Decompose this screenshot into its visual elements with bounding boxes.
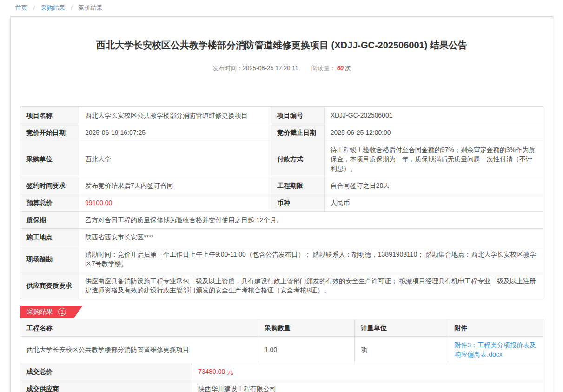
table-row: 质保期 乙方对合同工程的质量保修期为验收合格并交付使用之日起 12个月。 [20, 212, 543, 229]
breadcrumb: 首页 / 采购结果 / 竞价结果 [0, 0, 563, 16]
page-title: 西北大学长安校区公共教学楼部分消防管道维修更换项目 (XDJJ-GC-20250… [48, 39, 516, 52]
table-row: 项目名称 西北大学长安校区公共教学楼部分消防管道维修更换项目 项目编号 XDJJ… [20, 107, 543, 124]
result-attachment-cell: 附件3：工程类分项报价表及响应偏离表.docx [448, 337, 543, 363]
deal-summary-table: 成交总价 73480.00 元 成交供应商 陕西华川建设工程有限公司 [20, 363, 543, 392]
table-row: 供应商资质要求 供应商应具备消防设施工程专业承包二级及以上资质，具有建设行政主管… [20, 272, 543, 299]
total-price-unit: 元 [227, 368, 233, 375]
supplier-value: 陕西华川建设工程有限公司 [192, 380, 543, 392]
bid-end-value: 2025-06-25 12:00:00 [324, 124, 543, 141]
bid-end-label: 竞价截止日期 [271, 124, 324, 141]
payment-label: 付款方式 [271, 141, 324, 177]
column-header-quantity: 采购数量 [258, 319, 354, 337]
location-label: 施工地点 [20, 229, 79, 246]
sign-time-label: 签约时间要求 [20, 177, 79, 194]
survey-value: 踏勘时间：竞价开启后第三个工作日上午上午9:00-11:00（包含公告发布日）；… [79, 246, 543, 272]
breadcrumb-separator: / [33, 4, 35, 11]
warranty-label: 质保期 [20, 212, 79, 229]
purchaser-label: 采购单位 [20, 141, 79, 177]
views-unit: 次 [345, 65, 351, 72]
publish-meta: 发布时间：2025-06-25 17:20:11阅读量：60次 [20, 64, 543, 73]
column-header-project: 工程名称 [20, 319, 258, 337]
budget-label: 预算总价 [20, 194, 79, 212]
duration-value: 自合同签订之日20天 [324, 177, 543, 194]
survey-label: 现场踏勘 [20, 246, 79, 272]
breadcrumb-current-page: 竞价结果 [79, 4, 103, 11]
total-price-label: 成交总价 [20, 363, 192, 380]
result-quantity: 1.00 [258, 337, 354, 363]
table-row: 成交总价 73480.00 元 [20, 363, 543, 380]
currency-label: 币种 [271, 194, 324, 212]
project-no-label: 项目编号 [271, 107, 324, 124]
publish-time-value: 2025-06-25 17:20:11 [243, 65, 298, 72]
project-name-label: 项目名称 [20, 107, 79, 124]
currency-value: 人民币 [324, 194, 543, 212]
result-count-badge: 1 [58, 308, 66, 316]
bid-start-value: 2025-06-19 16:07:25 [79, 124, 271, 141]
payment-value: 待工程竣工验收合格后付至合同金额的97%；剩余审定金额的3%作为质保金，本项目质… [324, 141, 543, 177]
result-section-ribbon: 采购结果 1 [20, 306, 83, 318]
result-section-title: 采购结果 [27, 308, 53, 316]
views-count: 60 [337, 65, 344, 72]
project-name-value: 西北大学长安校区公共教学楼部分消防管道维修更换项目 [79, 107, 271, 124]
budget-value: 99100.00 [79, 194, 271, 212]
table-row: 预算总价 99100.00 币种 人民币 [20, 194, 543, 212]
total-price-value: 73480.00 [198, 368, 225, 375]
table-row: 施工地点 陕西省西安市长安区**** [20, 229, 543, 246]
content-card: 西北大学长安校区公共教学楼部分消防管道维修更换项目 (XDJJ-GC-20250… [10, 16, 553, 392]
project-no-value: XDJJ-GC-202506001 [324, 107, 543, 124]
breadcrumb-separator: / [71, 4, 73, 11]
column-header-attachment: 附件 [448, 319, 543, 337]
total-price-cell: 73480.00 元 [192, 363, 543, 380]
publish-time-label: 发布时间： [212, 65, 243, 72]
attachment-link[interactable]: 附件3：工程类分项报价表及响应偏离表.docx [454, 341, 536, 358]
views-label: 阅读量： [311, 65, 336, 72]
table-row: 竞价开始日期 2025-06-19 16:07:25 竞价截止日期 2025-0… [20, 124, 543, 141]
table-row: 现场踏勘 踏勘时间：竞价开启后第三个工作日上午上午9:00-11:00（包含公告… [20, 246, 543, 272]
result-data-row: 西北大学长安校区公共教学楼部分消防管道维修更换项目 1.00 项 附件3：工程类… [20, 337, 543, 363]
warranty-value: 乙方对合同工程的质量保修期为验收合格并交付使用之日起 12个月。 [79, 212, 543, 229]
qualification-label: 供应商资质要求 [20, 272, 79, 299]
supplier-label: 成交供应商 [20, 380, 192, 392]
sign-time-value: 发布竞价结果后7天内签订合同 [79, 177, 271, 194]
project-info-table: 项目名称 西北大学长安校区公共教学楼部分消防管道维修更换项目 项目编号 XDJJ… [20, 106, 543, 299]
qualification-value: 供应商应具备消防设施工程专业承包二级及以上资质，具有建设行政主管部门颁发的有效的… [79, 272, 543, 299]
result-unit: 项 [354, 337, 448, 363]
procurement-result-table: 工程名称 采购数量 计量单位 附件 西北大学长安校区公共教学楼部分消防管道维修更… [20, 319, 543, 363]
location-value: 陕西省西安市长安区**** [79, 229, 543, 246]
table-row: 成交供应商 陕西华川建设工程有限公司 [20, 380, 543, 392]
column-header-unit: 计量单位 [354, 319, 448, 337]
table-row: 签约时间要求 发布竞价结果后7天内签订合同 工程期限 自合同签订之日20天 [20, 177, 543, 194]
breadcrumb-home-link[interactable]: 首页 [15, 4, 27, 11]
table-row: 采购单位 西北大学 付款方式 待工程竣工验收合格后付至合同金额的97%；剩余审定… [20, 141, 543, 177]
purchaser-value: 西北大学 [79, 141, 271, 177]
duration-label: 工程期限 [271, 177, 324, 194]
breadcrumb-procurement-results-link[interactable]: 采购结果 [41, 4, 65, 11]
result-header-row: 工程名称 采购数量 计量单位 附件 [20, 319, 543, 337]
result-project-name: 西北大学长安校区公共教学楼部分消防管道维修更换项目 [20, 337, 258, 363]
bid-start-label: 竞价开始日期 [20, 124, 79, 141]
